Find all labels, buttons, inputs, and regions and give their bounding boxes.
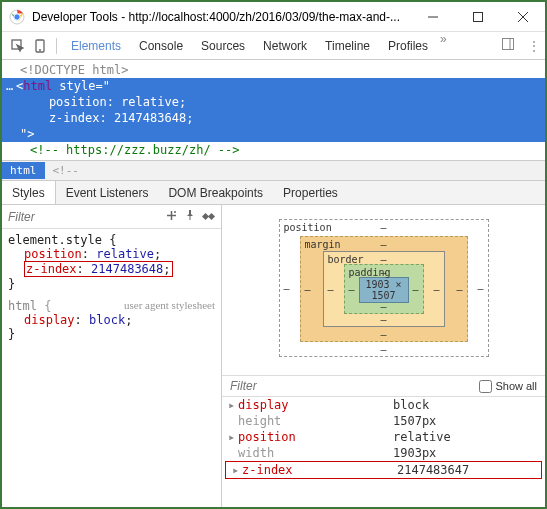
- subtab-styles[interactable]: Styles: [2, 181, 56, 204]
- computed-val: relative: [393, 430, 451, 444]
- computed-row[interactable]: ▸positionrelative: [222, 429, 545, 445]
- computed-list: ▸displayblockheight1507px▸positionrelati…: [222, 397, 545, 479]
- content-size: 1903 × 1507: [359, 277, 409, 303]
- expand-arrow-icon[interactable]: …: [6, 79, 13, 93]
- minimize-button[interactable]: [410, 2, 455, 32]
- zindex-highlight: z-index: 2147483648;: [24, 261, 173, 277]
- subtab-dom-breakpoints[interactable]: DOM Breakpoints: [158, 181, 273, 204]
- val-display[interactable]: block: [89, 313, 125, 327]
- tab-timeline[interactable]: Timeline: [316, 32, 379, 59]
- comment-line: <!-- https://zzz.buzz/zh/ -->: [20, 143, 240, 157]
- breadcrumb-comment[interactable]: <!--: [45, 162, 88, 179]
- prop-display[interactable]: display: [24, 313, 75, 327]
- tab-profiles[interactable]: Profiles: [379, 32, 437, 59]
- computed-filter-input[interactable]: [230, 379, 479, 393]
- menu-icon[interactable]: ⋮: [528, 39, 540, 53]
- styles-filter-input[interactable]: [8, 210, 159, 224]
- style-line-1: position: relative;: [2, 94, 545, 110]
- computed-prop: z-index: [242, 463, 397, 477]
- new-rule-icon[interactable]: [165, 209, 178, 225]
- box-model[interactable]: position –––– margin –––– border –––– pa…: [222, 205, 545, 375]
- computed-val: 1507px: [393, 414, 436, 428]
- window-title: Developer Tools - http://localhost:4000/…: [32, 10, 410, 24]
- expand-triangle-icon[interactable]: ▸: [232, 463, 242, 477]
- svg-rect-4: [473, 12, 482, 21]
- val-zindex[interactable]: 2147483648: [91, 262, 163, 276]
- expand-triangle-icon[interactable]: ▸: [228, 430, 238, 444]
- svg-rect-10: [503, 39, 514, 50]
- position-label: position: [284, 222, 332, 233]
- chrome-icon: [9, 9, 25, 25]
- computed-val: block: [393, 398, 429, 412]
- breadcrumb-html[interactable]: html: [2, 162, 45, 179]
- showall-checkbox[interactable]: Show all: [479, 380, 537, 393]
- rule2-selector[interactable]: html: [8, 299, 37, 313]
- val-position[interactable]: relative: [96, 247, 154, 261]
- more-tabs-icon[interactable]: »: [440, 32, 447, 59]
- svg-point-2: [14, 13, 20, 19]
- ua-label: user agent stylesheet: [124, 299, 215, 311]
- style-line-2: z-index: 2147483648;: [2, 110, 545, 126]
- computed-val: 1903px: [393, 446, 436, 460]
- close-button[interactable]: [500, 2, 545, 32]
- dock-icon[interactable]: [502, 38, 514, 53]
- hover-icon[interactable]: [202, 209, 215, 225]
- subtab-event-listeners[interactable]: Event Listeners: [56, 181, 159, 204]
- computed-val: 2147483647: [397, 463, 469, 477]
- computed-prop: position: [238, 430, 393, 444]
- expand-triangle-icon[interactable]: [228, 414, 238, 428]
- tab-console[interactable]: Console: [130, 32, 192, 59]
- computed-prop: height: [238, 414, 393, 428]
- svg-rect-17: [208, 212, 215, 219]
- svg-point-14: [174, 211, 176, 213]
- computed-row[interactable]: ▸z-index2147483647: [225, 461, 542, 479]
- margin-label: margin: [305, 239, 341, 250]
- expand-triangle-icon[interactable]: [228, 446, 238, 460]
- computed-prop: display: [238, 398, 393, 412]
- dom-tree[interactable]: <!DOCTYPE html> …<html style=" position:…: [2, 60, 545, 161]
- subtab-properties[interactable]: Properties: [273, 181, 348, 204]
- inspect-icon[interactable]: [7, 39, 29, 53]
- prop-position[interactable]: position: [24, 247, 82, 261]
- rule-selector[interactable]: element.style: [8, 233, 102, 247]
- maximize-button[interactable]: [455, 2, 500, 32]
- tab-sources[interactable]: Sources: [192, 32, 254, 59]
- computed-row[interactable]: ▸displayblock: [222, 397, 545, 413]
- html-tag: html: [23, 79, 52, 93]
- expand-triangle-icon[interactable]: ▸: [228, 398, 238, 412]
- tab-network[interactable]: Network: [254, 32, 316, 59]
- separator: [56, 38, 57, 54]
- computed-prop: width: [238, 446, 393, 460]
- device-icon[interactable]: [29, 39, 51, 53]
- computed-row[interactable]: width1903px: [222, 445, 545, 461]
- tab-elements[interactable]: Elements: [62, 32, 130, 59]
- prop-zindex[interactable]: z-index: [26, 262, 77, 276]
- computed-row[interactable]: height1507px: [222, 413, 545, 429]
- pin-icon[interactable]: [184, 209, 196, 224]
- doctype-line: <!DOCTYPE html>: [20, 63, 128, 77]
- style-close: ">: [2, 126, 545, 142]
